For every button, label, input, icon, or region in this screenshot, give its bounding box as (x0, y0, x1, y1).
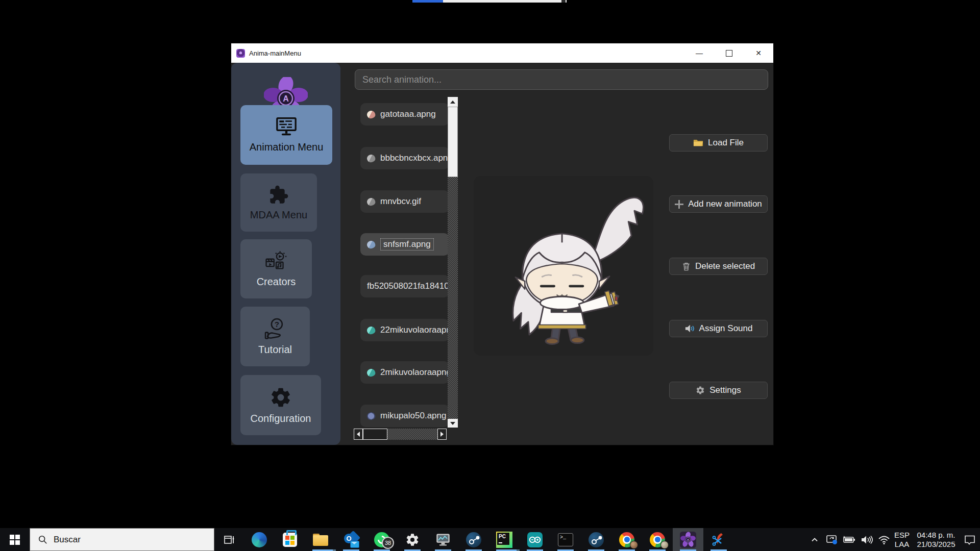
animation-thumbnail-icon (366, 239, 376, 249)
taskbar-app-chrome-profile1[interactable] (611, 528, 642, 551)
scroll-right-button[interactable] (437, 429, 447, 440)
edge-icon (252, 532, 267, 547)
minimize-button[interactable]: — (684, 43, 714, 63)
animation-thumbnail-icon (366, 367, 376, 377)
taskbar: Buscar O 38 (0, 528, 980, 551)
tray-chevron-up-icon[interactable] (807, 528, 822, 551)
arduino-icon (527, 532, 543, 547)
sidebar-item-tutorial[interactable]: ? Tutorial (240, 307, 310, 366)
animation-name: gatotaaa.apng (380, 109, 436, 119)
right-arrow-icon (440, 432, 444, 437)
taskbar-app-screentogif[interactable] (703, 528, 734, 551)
tray-wifi-icon[interactable] (877, 528, 891, 551)
scroll-left-button[interactable] (354, 429, 363, 440)
taskbar-app-whatsapp[interactable]: 38 (366, 528, 397, 551)
taskbar-app-task-manager[interactable] (428, 528, 458, 551)
list-item-selected[interactable]: snfsmf.apng (360, 233, 449, 256)
settings-button[interactable]: Settings (669, 382, 768, 399)
list-item[interactable]: 2mikuvolaoraapng (360, 361, 449, 384)
sidebar-item-creators[interactable]: Creators (240, 239, 312, 298)
horizontal-scroll-thumb[interactable] (363, 429, 387, 440)
scroll-up-button[interactable] (448, 97, 458, 107)
sidebar-item-animation-menu[interactable]: Animation Menu (240, 105, 332, 165)
plus-icon (675, 200, 683, 209)
top-edge-strip-close (561, 0, 566, 3)
sidebar-item-label: MDAA Menu (250, 209, 307, 221)
file-explorer-icon (313, 534, 328, 546)
taskbar-app-chrome-profile2[interactable] (642, 528, 673, 551)
vertical-scrollbar[interactable] (448, 97, 458, 428)
title-bar: Anima-mainMenu — ✕ (231, 43, 773, 63)
anima-window: Anima-mainMenu — ✕ A (231, 43, 773, 445)
sidebar: A Animation Menu (231, 63, 340, 445)
steam-icon (466, 532, 481, 547)
start-button[interactable] (0, 528, 30, 551)
close-button[interactable]: ✕ (744, 43, 773, 63)
clock-time: 04:48 p. m. (913, 531, 960, 540)
tray-language-indicator[interactable]: ESP LAA (894, 531, 910, 549)
list-item[interactable]: bbbcbncxbcx.apng (360, 147, 449, 169)
tray-clock[interactable]: 04:48 p. m. 21/03/2025 (913, 531, 960, 549)
animation-thumbnail-icon (366, 153, 376, 163)
taskbar-app-edge[interactable] (244, 528, 275, 551)
taskbar-app-settings[interactable] (397, 528, 428, 551)
action-label: Load File (708, 138, 744, 148)
tray-battery-icon[interactable] (842, 528, 856, 551)
sidebar-item-label: Configuration (251, 413, 311, 424)
tray-volume-icon[interactable] (860, 528, 874, 551)
taskbar-app-outlook[interactable]: O (336, 528, 366, 551)
window-controls: — ✕ (684, 43, 773, 63)
delete-selected-button[interactable]: Delete selected (669, 258, 768, 275)
taskbar-app-store[interactable] (275, 528, 305, 551)
animation-thumbnail-icon (366, 325, 376, 335)
outlook-icon: O (344, 533, 358, 547)
animation-thumbnail-icon (366, 411, 376, 420)
list-item[interactable]: gatotaaa.apng (360, 103, 449, 126)
horizontal-scroll-track[interactable] (387, 429, 437, 440)
up-arrow-icon (450, 101, 455, 104)
vertical-scroll-track[interactable] (448, 177, 458, 419)
task-view-button[interactable] (214, 528, 244, 551)
list-item[interactable]: 22mikuvolaoraapng (360, 319, 449, 341)
taskbar-search[interactable]: Buscar (30, 528, 214, 551)
gear-icon (270, 386, 292, 409)
animation-thumbnail-icon (366, 109, 376, 119)
taskbar-app-arduino[interactable] (520, 528, 550, 551)
assign-sound-button[interactable]: Assign Sound (669, 320, 768, 337)
tray-sync-device-icon[interactable] (825, 528, 839, 551)
sidebar-item-configuration[interactable]: Configuration (240, 375, 321, 435)
scroll-down-button[interactable] (448, 419, 458, 428)
taskbar-app-steam[interactable] (458, 528, 489, 551)
load-file-button[interactable]: Load File (669, 134, 768, 152)
list-item[interactable]: mikupalo50.apng (360, 405, 449, 427)
list-item[interactable]: fb520508021fa18410 (360, 275, 449, 297)
svg-text:A: A (283, 94, 289, 103)
maximize-icon (726, 50, 732, 57)
action-center-icon[interactable] (963, 528, 977, 551)
taskbar-app-file-explorer[interactable] (305, 528, 336, 551)
settings-gear-icon (405, 533, 420, 547)
action-label: Assign Sound (699, 323, 753, 334)
command-prompt-icon: >_ (558, 533, 573, 546)
task-manager-icon (435, 533, 451, 547)
add-new-animation-button[interactable]: Add new animation (669, 195, 768, 213)
taskbar-app-steam-2[interactable] (581, 528, 611, 551)
taskbar-app-pycharm[interactable]: PC (489, 528, 520, 551)
taskbar-app-terminal[interactable]: >_ (550, 528, 581, 551)
anima-app-icon: A (680, 532, 696, 548)
taskbar-app-anima-active[interactable]: A (673, 528, 703, 551)
sidebar-item-label: Creators (257, 276, 296, 288)
horizontal-scrollbar[interactable] (354, 429, 447, 440)
task-view-icon (223, 534, 235, 546)
list-item[interactable]: mnvbcv.gif (360, 190, 449, 213)
animation-name: 2mikuvolaoraapng (380, 367, 449, 378)
animation-name: mikupalo50.apng (380, 411, 446, 421)
steam-icon (589, 532, 604, 547)
search-input[interactable] (355, 69, 768, 90)
sidebar-item-mdaa-menu[interactable]: MDAA Menu (240, 173, 317, 232)
desktop: { "top_strip": {"blue": "#2b66d9", "whit… (0, 0, 980, 551)
vertical-scroll-thumb[interactable] (448, 107, 458, 177)
window-title: Anima-mainMenu (249, 49, 301, 57)
maximize-button[interactable] (714, 43, 744, 63)
hand-question-icon: ? (264, 317, 286, 340)
